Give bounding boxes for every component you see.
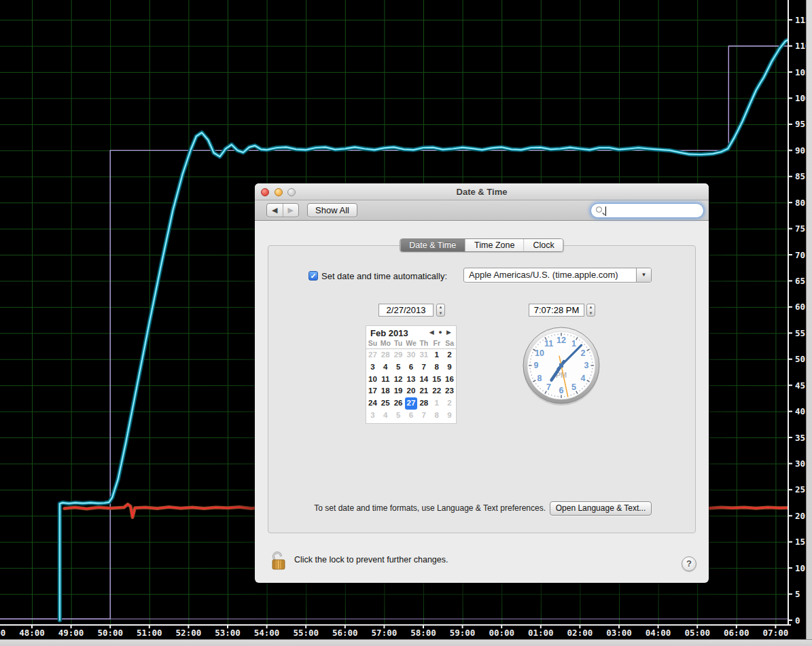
svg-text:53:00: 53:00 [215, 628, 241, 638]
calendar-day[interactable]: 5 [392, 410, 405, 422]
chevron-down-icon: ▼ [636, 268, 651, 282]
chart-window-edge-bottom [0, 639, 812, 646]
title-bar[interactable]: Date & Time [255, 183, 709, 200]
svg-text:8: 8 [537, 374, 542, 383]
svg-text:50: 50 [795, 354, 805, 364]
calendar-day[interactable]: 27 [366, 349, 379, 361]
date-stepper[interactable]: ▲▼ [436, 304, 445, 317]
svg-text:51:00: 51:00 [137, 628, 162, 638]
calendar-month-title: Feb 2013 [370, 328, 408, 338]
calendar-day[interactable]: 7 [417, 361, 430, 374]
calendar-day[interactable]: 8 [430, 410, 443, 422]
time-field[interactable]: 7:07:28 PM [529, 304, 584, 317]
tab-time-zone[interactable]: Time Zone [465, 239, 524, 251]
calendar-day[interactable]: 7 [417, 410, 430, 422]
chart-window-edge-right [806, 0, 812, 646]
calendar-day[interactable]: 21 [417, 385, 430, 397]
calendar-day[interactable]: 22 [430, 385, 443, 397]
tab-bar: Date & Time Time Zone Clock [400, 238, 563, 252]
calendar-day[interactable]: 30 [405, 349, 418, 361]
calendar-day[interactable]: 17 [366, 385, 379, 397]
calendar-day[interactable]: 19 [392, 385, 405, 397]
svg-text:01:00: 01:00 [528, 628, 554, 638]
svg-text:15: 15 [795, 537, 805, 547]
lock-icon[interactable] [271, 549, 287, 571]
calendar-day[interactable]: 28 [417, 397, 430, 410]
text-caret [605, 207, 606, 216]
calendar-day[interactable]: 2 [443, 349, 456, 361]
svg-text:55: 55 [795, 328, 805, 338]
weekday-label: Sa [443, 339, 456, 348]
calendar-day[interactable]: 31 [417, 349, 430, 361]
calendar-day[interactable]: 6 [405, 410, 418, 422]
svg-text:48:00: 48:00 [19, 628, 45, 638]
calendar-day[interactable]: 3 [366, 410, 379, 422]
tab-date-time[interactable]: Date & Time [400, 239, 465, 251]
time-server-dropdown[interactable]: Apple Americas/U.S. (time.apple.com) ▼ [463, 268, 652, 283]
tab-clock[interactable]: Clock [524, 239, 563, 251]
forward-button[interactable]: ▶ [283, 204, 299, 217]
calendar-day[interactable]: 4 [379, 361, 392, 374]
auto-set-checkbox[interactable]: ✓ [308, 271, 318, 281]
calendar-day[interactable]: 3 [366, 361, 379, 374]
svg-text:02:00: 02:00 [567, 628, 593, 638]
svg-text:90: 90 [795, 145, 805, 156]
svg-text:30: 30 [795, 459, 805, 469]
calendar-day[interactable]: 1 [430, 349, 443, 361]
calendar-day[interactable]: 4 [379, 410, 392, 422]
time-stepper[interactable]: ▲▼ [586, 304, 595, 317]
calendar-day[interactable]: 25 [379, 397, 392, 410]
calendar-day[interactable]: 8 [430, 361, 443, 374]
svg-text:45: 45 [795, 380, 805, 391]
calendar-day[interactable]: 24 [366, 397, 379, 410]
svg-text:56:00: 56:00 [332, 628, 358, 638]
format-note: To set date and time formats, use Langua… [309, 503, 546, 513]
svg-text:25: 25 [795, 484, 805, 495]
calendar-day[interactable]: 14 [417, 374, 430, 386]
show-all-button[interactable]: Show All [307, 203, 357, 217]
calendar-day[interactable]: 29 [392, 349, 405, 361]
date-field[interactable]: 2/27/2013 [378, 304, 434, 317]
search-input[interactable] [607, 205, 699, 216]
weekday-label: We [405, 339, 418, 348]
calendar-day[interactable]: 9 [443, 410, 456, 422]
help-button[interactable]: ? [682, 556, 696, 571]
weekday-label: Th [417, 339, 430, 348]
svg-text:12: 12 [557, 336, 566, 345]
calendar-weekday-header: SuMoTuWeThFrSa [366, 339, 456, 349]
calendar-day[interactable]: 13 [405, 374, 418, 386]
calendar-day[interactable]: 20 [405, 385, 418, 397]
calendar-day[interactable]: 27 [405, 397, 418, 410]
calendar-day[interactable]: 6 [405, 361, 418, 374]
svg-text:03:00: 03:00 [606, 628, 632, 638]
calendar-day[interactable]: 5 [392, 361, 405, 374]
calendar-day[interactable]: 18 [379, 385, 392, 397]
svg-text:60: 60 [795, 302, 805, 312]
svg-text:35: 35 [795, 433, 805, 443]
calendar-day[interactable]: 1 [430, 397, 443, 410]
svg-text:85: 85 [795, 171, 805, 181]
time-server-value: Apple Americas/U.S. (time.apple.com) [464, 268, 636, 282]
svg-text:11: 11 [544, 339, 553, 348]
calendar-day[interactable]: 15 [430, 374, 443, 386]
calendar-day[interactable]: 26 [392, 397, 405, 410]
svg-text:75: 75 [795, 223, 805, 234]
calendar-day[interactable]: 23 [443, 385, 456, 397]
calendar-day[interactable]: 28 [379, 349, 392, 361]
open-language-text-button[interactable]: Open Language & Text... [550, 501, 652, 516]
calendar-day[interactable]: 10 [366, 374, 379, 386]
calendar-day[interactable]: 12 [392, 374, 405, 386]
svg-text:00:00: 00:00 [489, 628, 514, 638]
calendar-day[interactable]: 2 [443, 397, 456, 410]
calendar-nav[interactable]: ◀ ● ▶ [429, 329, 453, 336]
lock-caption: Click the lock to prevent further change… [294, 555, 448, 564]
svg-text:57:00: 57:00 [372, 628, 398, 638]
search-field[interactable] [590, 203, 704, 218]
svg-text:04:00: 04:00 [646, 628, 671, 638]
calendar-day[interactable]: 11 [379, 374, 392, 386]
back-button[interactable]: ◀ [267, 204, 283, 217]
calendar-day[interactable]: 16 [443, 374, 456, 386]
svg-text:0: 0 [795, 615, 800, 626]
svg-text:55:00: 55:00 [293, 628, 319, 638]
calendar-day[interactable]: 9 [443, 361, 456, 374]
